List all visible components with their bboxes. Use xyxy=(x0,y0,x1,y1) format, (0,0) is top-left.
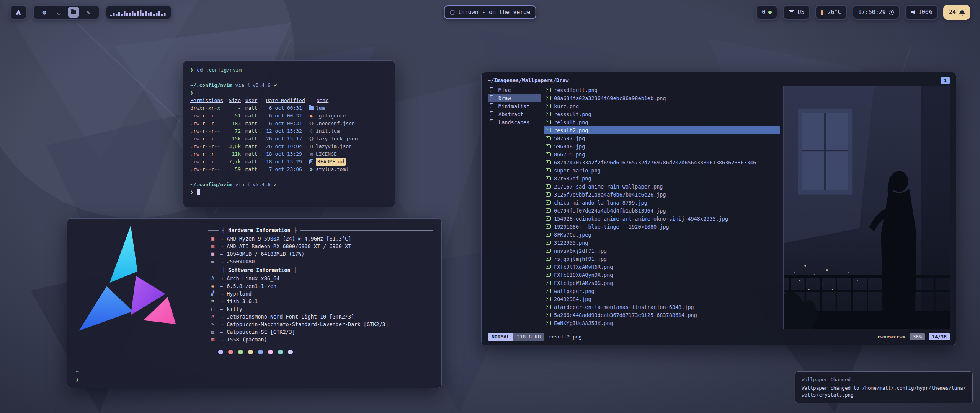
file-row[interactable]: 866715.png xyxy=(544,150,780,158)
info-line: ◉6.5.8-zen1-1-zen xyxy=(208,282,433,290)
permissions: .rw-r--r-- xyxy=(190,120,222,127)
file-row[interactable]: rsjqojlmjhf91.jpg xyxy=(544,255,780,263)
keyboard-layout-widget[interactable]: US xyxy=(783,5,810,20)
color-dot xyxy=(228,350,233,354)
listing-row: .rw-r--r--183matt 6 oct 00:31.neoconf.js… xyxy=(190,120,388,127)
file-row[interactable]: FXfcII0X0AQyn9X.png xyxy=(544,271,780,279)
launcher-button[interactable] xyxy=(10,5,27,20)
arrow-icon xyxy=(220,258,223,265)
file-type-icon xyxy=(309,143,313,150)
image-file-icon xyxy=(546,273,551,277)
file-owner: matt xyxy=(245,150,262,158)
file-row[interactable]: 3126f7e9bbf21a8a4af0b67b041c6e26.jpg xyxy=(544,190,780,198)
image-file-icon xyxy=(546,297,551,301)
file-manager-status-bar: NORMAL 218.8 KB result2.png -rwxrwxrwx 3… xyxy=(488,332,950,341)
weather-widget[interactable]: 26°C xyxy=(815,5,847,20)
tab-badge[interactable]: 1 xyxy=(941,77,950,84)
info-line: ▭980x413 xyxy=(208,258,433,265)
workspace-icon xyxy=(86,9,90,16)
fetch-terminal-window[interactable]: Hardware Information ▣AMD Ryzen 9 5900X … xyxy=(67,218,442,388)
media-player-widget[interactable]: thrown - on the verge xyxy=(444,5,536,19)
file-row[interactable]: 08a634fa02a32364f69ebc86a98eb1eb.png xyxy=(544,94,780,102)
file-name: resssult.png xyxy=(554,111,591,117)
file-row[interactable]: ressdfgult.png xyxy=(544,86,780,94)
visualizer-bars-icon xyxy=(110,8,167,17)
image-file-icon xyxy=(546,257,551,261)
file-row[interactable]: 154928-odinokoe_anime-art-anime-okno-sin… xyxy=(544,215,780,223)
notifications-widget[interactable]: 24 xyxy=(943,5,970,20)
file-name: result2.png xyxy=(554,127,588,133)
file-row[interactable]: re1sult.png xyxy=(544,118,780,126)
file-row[interactable]: EeNKYgIUcAAJ5JX.png xyxy=(544,319,780,327)
file-permissions: -rwxrwxrwx xyxy=(874,334,906,340)
info-line: ✎Catppuccin-Macchiato-Standard-Lavender-… xyxy=(208,320,433,328)
file-date: 18 oct 13:29 xyxy=(266,158,306,166)
file-row[interactable]: 8FKa7Cu.jpeg xyxy=(544,231,780,239)
folder-icon xyxy=(490,96,495,100)
hardware-info-list: ▣AMD Ryzen 9 5900X (24) @ 4.9GHz [61.3°C… xyxy=(208,235,433,265)
directory-row[interactable]: Minimalist xyxy=(488,102,541,110)
arrow-icon xyxy=(220,250,223,258)
file-row[interactable]: 596848.jpg xyxy=(544,142,780,150)
file-row[interactable]: FXfcJlTXgAMvH6R.png xyxy=(544,263,780,271)
file-name: lazyvim.json xyxy=(316,143,352,150)
arrow-icon xyxy=(220,282,223,290)
workspace-button[interactable] xyxy=(68,7,79,18)
workspace-button[interactable] xyxy=(82,7,94,18)
file-name: init.lua xyxy=(316,127,340,135)
file-type-icon xyxy=(309,106,314,110)
file-row[interactable]: kurz.png xyxy=(544,102,780,110)
file-name: super-mario.png xyxy=(554,167,601,174)
file-row[interactable]: 587597.jpg xyxy=(544,134,780,142)
file-row[interactable]: wallpaper.png xyxy=(544,287,780,295)
file-row[interactable]: super-mario.png xyxy=(544,166,780,174)
file-manager-header: ~/Imagenes/Wallpapers/Draw 1 xyxy=(488,76,950,85)
file-manager-window[interactable]: ~/Imagenes/Wallpapers/Draw 1 Misc Draw xyxy=(481,72,956,345)
file-row[interactable]: 3122955.png xyxy=(544,239,780,247)
listing-row: .rw-r--r--11kmatt18 oct 13:29LICENSE xyxy=(190,150,388,158)
file-row[interactable]: FXfcHgcWIAMzs0G.png xyxy=(544,279,780,287)
directory-row[interactable]: Landscapes xyxy=(488,118,541,126)
file-owner: matt xyxy=(245,143,262,150)
file-owner: matt xyxy=(245,127,262,135)
file-row[interactable]: 20492984.jpg xyxy=(544,295,780,303)
shell-prompt[interactable]: ~ ❯ xyxy=(76,368,79,383)
directory-row[interactable]: Draw xyxy=(488,94,541,102)
lua-icon: ☾ xyxy=(247,181,250,189)
image-file-icon xyxy=(546,128,551,132)
file-row[interactable]: 87r687df.png xyxy=(544,174,780,182)
folder-icon xyxy=(490,88,495,92)
file-row[interactable]: 0c794faf07de24a4db4d4fb1eb813964.jpg xyxy=(544,206,780,215)
directory-row[interactable]: Abstract xyxy=(488,110,541,118)
file-row[interactable]: resssult.png xyxy=(544,110,780,118)
prompt-chevron-icon: ❯ xyxy=(190,89,193,97)
file-row[interactable]: chica-mirando-la-luna-8799.jpg xyxy=(544,198,780,206)
file-listing: drwxr-xr-x-matt 6 oct 00:31lua .rw-r--r-… xyxy=(190,104,388,173)
volume-widget[interactable]: 100% xyxy=(905,5,938,20)
file-row[interactable]: 5a266e448add93deab367d87173e9f25-6837886… xyxy=(544,311,780,319)
file-row[interactable]: atardecer-en-la-montanas-ilustracion-634… xyxy=(544,303,780,311)
package-icon xyxy=(768,11,772,14)
workspace-button[interactable] xyxy=(53,7,65,18)
file-row[interactable]: 217167-sad-anime-rain-wallpaper.png xyxy=(544,182,780,190)
workspace-button[interactable] xyxy=(39,7,50,18)
info-value: Arch Linux x86_64 xyxy=(227,275,279,282)
directory-row[interactable]: Misc xyxy=(488,86,541,94)
active-prompt-line[interactable]: ❯ xyxy=(190,189,388,196)
image-file-icon xyxy=(546,136,551,140)
notification-toast[interactable]: Wallpaper Changed Wallpaper changed to /… xyxy=(795,371,973,403)
file-row[interactable]: 68747470733a2f2f696d616765732d7769786d70… xyxy=(544,158,780,166)
file-size: 3,0k xyxy=(224,143,241,150)
info-line: AJetBrainsMono Nerd Font Light 10 [GTK2/… xyxy=(208,313,433,320)
file-row[interactable]: nnvuv0xj2df71.jpg xyxy=(544,247,780,255)
info-line: ≋fish 3.6.1 xyxy=(208,298,433,305)
scroll-percent-badge: 36% xyxy=(910,333,924,340)
updates-widget[interactable]: 0 xyxy=(756,5,777,20)
file-row[interactable]: result2.png xyxy=(544,126,780,134)
listing-header: PermissionsSizeUserDate ModifiedName xyxy=(190,97,388,104)
file-row[interactable]: 19201080-__blue-tinge__-1920×1080.jpg xyxy=(544,223,780,231)
terminal-window[interactable]: ❯cd.config/nvim ~/.config/nvimvia☾v5.4.6… xyxy=(183,60,395,207)
directory-name: Minimalist xyxy=(498,103,529,109)
file-name: kurz.png xyxy=(554,103,579,109)
clock-widget[interactable]: 17:50:29 xyxy=(853,5,900,20)
